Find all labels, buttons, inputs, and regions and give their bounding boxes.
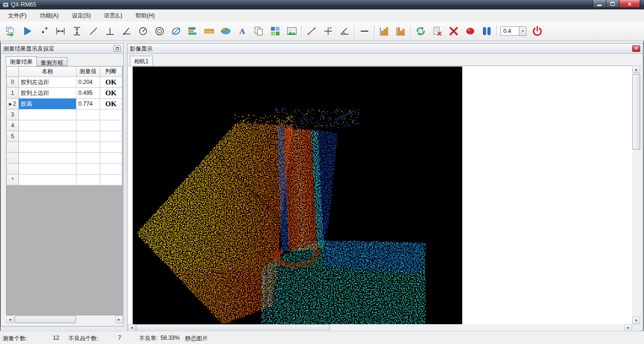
column-header-value[interactable]: 测量值 bbox=[76, 67, 100, 77]
point-cloud-canvas[interactable] bbox=[133, 67, 462, 324]
zoom-combo[interactable]: 0.4▼ bbox=[500, 26, 526, 36]
line-points-tool-button[interactable] bbox=[303, 24, 320, 39]
cell-value[interactable] bbox=[76, 175, 100, 185]
cell-name[interactable] bbox=[19, 142, 76, 153]
table-row[interactable]: * bbox=[7, 175, 122, 185]
cell-value[interactable]: 0.204 bbox=[76, 77, 100, 88]
tab-measure-results[interactable]: 测量结果 bbox=[6, 56, 37, 66]
scroll-right-arrow[interactable]: ► bbox=[625, 324, 632, 331]
table-row[interactable] bbox=[7, 164, 122, 175]
table-row[interactable]: 1胶到上边距0.495OK bbox=[7, 88, 122, 99]
column-header-name[interactable]: 名称 bbox=[19, 67, 76, 77]
minus-tool-button[interactable] bbox=[356, 24, 373, 39]
delete-doc-button[interactable] bbox=[429, 24, 445, 39]
row-header[interactable]: 0 bbox=[7, 77, 19, 88]
row-header[interactable]: ▶2 bbox=[7, 99, 19, 109]
scroll-down-arrow[interactable]: ▼ bbox=[632, 317, 640, 324]
scroll-up-arrow[interactable]: ▲ bbox=[632, 66, 640, 73]
circle-tool-button[interactable] bbox=[151, 24, 168, 39]
zoom-dropdown-arrow[interactable]: ▼ bbox=[519, 26, 526, 36]
cell-judge[interactable] bbox=[100, 153, 122, 164]
scrollbar-thumb[interactable] bbox=[632, 74, 640, 150]
table-row[interactable]: ▶2胶高0.774OK bbox=[7, 99, 122, 109]
cell-name[interactable] bbox=[19, 120, 76, 131]
pause-button[interactable] bbox=[478, 24, 495, 39]
table-row[interactable] bbox=[7, 153, 122, 164]
cell-name[interactable]: 胶到左边距 bbox=[19, 77, 76, 88]
cell-name[interactable] bbox=[19, 109, 76, 120]
ruler-button[interactable] bbox=[201, 24, 217, 39]
row-header[interactable]: 4 bbox=[7, 120, 19, 131]
cell-judge[interactable]: OK bbox=[100, 99, 122, 109]
delete-button[interactable] bbox=[445, 24, 462, 39]
table-row[interactable]: 5 bbox=[7, 131, 122, 142]
close-button[interactable]: × bbox=[619, 0, 640, 8]
maximize-button[interactable] bbox=[606, 0, 619, 8]
cell-judge[interactable] bbox=[100, 175, 122, 185]
table-h-scrollbar[interactable]: ◄ ► bbox=[6, 316, 123, 323]
cell-judge[interactable] bbox=[100, 120, 122, 131]
table-row[interactable] bbox=[7, 142, 122, 153]
table-row[interactable]: 0胶到左边距0.204OK bbox=[7, 77, 122, 88]
image-tools-button[interactable] bbox=[267, 24, 283, 39]
cell-value[interactable] bbox=[76, 109, 100, 120]
cell-value[interactable] bbox=[76, 131, 100, 142]
crosshair-tool-button[interactable] bbox=[320, 24, 336, 39]
angle-tool-button[interactable] bbox=[336, 24, 353, 39]
cell-value[interactable]: 0.495 bbox=[76, 88, 100, 99]
row-header[interactable] bbox=[7, 153, 19, 164]
refresh-button[interactable] bbox=[412, 24, 429, 39]
cell-judge[interactable] bbox=[100, 109, 122, 120]
scroll-left-arrow[interactable]: ◄ bbox=[128, 324, 136, 331]
circle-radius-tool-button[interactable] bbox=[135, 24, 151, 39]
cell-value[interactable] bbox=[76, 153, 100, 164]
minimize-button[interactable] bbox=[593, 0, 606, 8]
image-v-scrollbar[interactable]: ▲ ▼ bbox=[632, 66, 640, 324]
cell-name[interactable] bbox=[19, 175, 76, 185]
row-header[interactable] bbox=[7, 164, 19, 175]
cell-judge[interactable]: OK bbox=[100, 77, 122, 88]
disc-3d-button[interactable] bbox=[217, 24, 234, 39]
line-tool-button[interactable] bbox=[85, 24, 102, 39]
cell-judge[interactable]: OK bbox=[100, 88, 122, 99]
menu-item[interactable]: 设定(S) bbox=[65, 10, 97, 22]
cell-name[interactable] bbox=[19, 131, 76, 142]
zoom-value[interactable]: 0.4 bbox=[500, 26, 519, 36]
menu-item[interactable]: 文件(F) bbox=[1, 10, 33, 22]
image-h-scrollbar[interactable]: ◄ ► bbox=[128, 324, 632, 331]
ellipse-tool-button[interactable] bbox=[168, 24, 184, 39]
histogram-asc-button[interactable] bbox=[376, 24, 392, 39]
cell-value[interactable] bbox=[76, 164, 100, 175]
tab-measure-boxes[interactable]: 量测方框 bbox=[36, 57, 68, 66]
row-header[interactable]: 5 bbox=[7, 131, 19, 142]
table-corner-cell[interactable] bbox=[7, 67, 19, 77]
text-tool-button[interactable]: A bbox=[234, 24, 250, 39]
column-header-judge[interactable]: 判断 bbox=[100, 67, 122, 77]
cell-judge[interactable] bbox=[100, 131, 122, 142]
menu-item[interactable]: 帮助(H) bbox=[129, 10, 161, 22]
height-measure-button[interactable] bbox=[68, 24, 85, 39]
profile-bars-button[interactable] bbox=[184, 24, 201, 39]
cell-name[interactable] bbox=[19, 153, 76, 164]
cell-value[interactable]: 0.774 bbox=[76, 99, 100, 109]
cell-value[interactable] bbox=[76, 142, 100, 153]
title-bar[interactable]: QX-RM65 × bbox=[0, 0, 644, 9]
row-header[interactable]: 1 bbox=[7, 88, 19, 99]
copy-tool-button[interactable] bbox=[250, 24, 267, 39]
cell-value[interactable] bbox=[76, 120, 100, 131]
scrollbar-thumb[interactable] bbox=[136, 324, 330, 331]
image-panel-close-button[interactable]: × bbox=[632, 45, 640, 52]
tab-camera1[interactable]: 相机1 bbox=[130, 56, 153, 66]
scroll-right-arrow[interactable]: ► bbox=[115, 316, 123, 323]
row-header[interactable]: * bbox=[7, 175, 19, 185]
cell-judge[interactable] bbox=[100, 164, 122, 175]
row-header[interactable]: 3 bbox=[7, 109, 19, 120]
panel-window-button[interactable] bbox=[113, 45, 121, 52]
histogram-desc-button[interactable] bbox=[392, 24, 409, 39]
table-row[interactable]: 3 bbox=[7, 109, 122, 120]
run-button[interactable] bbox=[19, 24, 35, 39]
power-button[interactable] bbox=[529, 24, 545, 39]
load-image-button[interactable] bbox=[2, 24, 19, 39]
menu-item[interactable]: 语言(L) bbox=[97, 10, 129, 22]
cell-judge[interactable] bbox=[100, 142, 122, 153]
